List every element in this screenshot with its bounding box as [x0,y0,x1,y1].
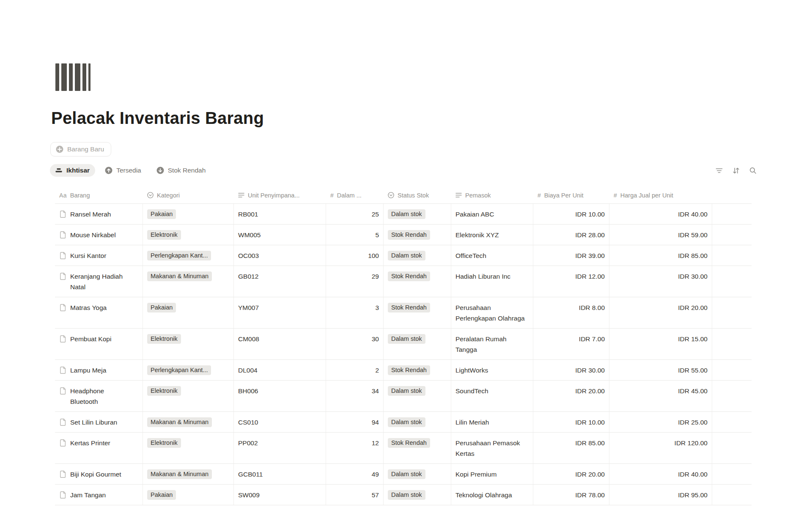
supplier-cell[interactable]: Perusahaan Perlengkapan Olahraga [451,297,533,328]
unit-cell[interactable]: WM005 [234,225,326,245]
supplier-cell[interactable]: Teknologi Olahraga [451,485,533,505]
category-cell[interactable]: Makanan & Minuman [143,412,234,432]
status-cell[interactable]: Dalam stok [384,204,451,224]
column-header-unit[interactable]: Unit Penyimpana... [234,192,326,199]
item-name-cell[interactable]: Headphone Bluetooth [55,381,143,411]
category-cell[interactable]: Makanan & Minuman [143,266,234,297]
price-cell[interactable]: IDR 120.00 [609,433,712,463]
item-name-cell[interactable]: Matras Yoga [55,297,143,328]
price-cell[interactable]: IDR 95.00 [609,485,712,505]
cost-cell[interactable]: IDR 28.00 [533,225,609,245]
item-name-cell[interactable]: Biji Kopi Gourmet [55,464,143,484]
column-header-pemasok[interactable]: Pemasok [451,192,533,199]
category-cell[interactable]: Elektronik [143,329,234,359]
supplier-cell[interactable]: Elektronik XYZ [451,225,533,245]
item-name-cell[interactable]: Kursi Kantor [55,245,143,266]
status-cell[interactable]: Dalam stok [384,381,451,411]
column-header-biaya[interactable]: # Biaya Per Unit [533,192,609,199]
status-cell[interactable]: Dalam stok [384,412,451,432]
quantity-cell[interactable]: 25 [326,204,384,224]
cost-cell[interactable]: IDR 8.00 [533,297,609,328]
price-cell[interactable]: IDR 15.00 [609,329,712,359]
status-cell[interactable]: Stok Rendah [384,225,451,245]
cost-cell[interactable]: IDR 20.00 [533,464,609,484]
price-cell[interactable]: IDR 30.00 [609,266,712,297]
cost-cell[interactable]: IDR 10.00 [533,204,609,224]
status-cell[interactable]: Stok Rendah [384,360,451,380]
price-cell[interactable]: IDR 59.00 [609,225,712,245]
column-header-harga[interactable]: # Harga Jual per Unit [609,192,712,199]
item-name-cell[interactable]: Kertas Printer [55,433,143,463]
unit-cell[interactable]: RB001 [234,204,326,224]
unit-cell[interactable]: CM008 [234,329,326,359]
quantity-cell[interactable]: 57 [326,485,384,505]
category-cell[interactable]: Makanan & Minuman [143,464,234,484]
unit-cell[interactable]: YM007 [234,297,326,328]
price-cell[interactable]: IDR 40.00 [609,464,712,484]
category-cell[interactable]: Elektronik [143,433,234,463]
barcode-icon[interactable] [55,63,812,91]
price-cell[interactable]: IDR 40.00 [609,204,712,224]
quantity-cell[interactable]: 5 [326,225,384,245]
unit-cell[interactable]: SW009 [234,485,326,505]
page-title[interactable]: Pelacak Inventaris Barang [51,108,812,128]
item-name-cell[interactable]: Keranjang Hadiah Natal [55,266,143,297]
new-item-button[interactable]: Barang Baru [50,142,111,156]
search-icon[interactable] [749,167,757,175]
cost-cell[interactable]: IDR 39.00 [533,245,609,266]
supplier-cell[interactable]: Pakaian ABC [451,204,533,224]
cost-cell[interactable]: IDR 10.00 [533,412,609,432]
quantity-cell[interactable]: 12 [326,433,384,463]
status-cell[interactable]: Stok Rendah [384,433,451,463]
item-name-cell[interactable]: Ransel Merah [55,204,143,224]
price-cell[interactable]: IDR 85.00 [609,245,712,266]
item-name-cell[interactable]: Pembuat Kopi [55,329,143,359]
price-cell[interactable]: IDR 20.00 [609,297,712,328]
tab-tersedia[interactable]: Tersedia [99,164,147,177]
sort-icon[interactable] [732,167,740,175]
cost-cell[interactable]: IDR 85.00 [533,433,609,463]
unit-cell[interactable]: GCB011 [234,464,326,484]
filter-icon[interactable] [715,167,723,175]
column-header-barang[interactable]: Aa Barang [55,192,143,199]
quantity-cell[interactable]: 29 [326,266,384,297]
unit-cell[interactable]: OC003 [234,245,326,266]
price-cell[interactable]: IDR 45.00 [609,381,712,411]
status-cell[interactable]: Stok Rendah [384,297,451,328]
category-cell[interactable]: Perlengkapan Kant... [143,360,234,380]
status-cell[interactable]: Dalam stok [384,485,451,505]
quantity-cell[interactable]: 2 [326,360,384,380]
supplier-cell[interactable]: Hadiah Liburan Inc [451,266,533,297]
category-cell[interactable]: Elektronik [143,381,234,411]
unit-cell[interactable]: GB012 [234,266,326,297]
quantity-cell[interactable]: 34 [326,381,384,411]
item-name-cell[interactable]: Set Lilin Liburan [55,412,143,432]
quantity-cell[interactable]: 94 [326,412,384,432]
supplier-cell[interactable]: Peralatan Rumah Tangga [451,329,533,359]
status-cell[interactable]: Dalam stok [384,329,451,359]
supplier-cell[interactable]: OfficeTech [451,245,533,266]
cost-cell[interactable]: IDR 7.00 [533,329,609,359]
item-name-cell[interactable]: Jam Tangan [55,485,143,505]
unit-cell[interactable]: BH006 [234,381,326,411]
price-cell[interactable]: IDR 55.00 [609,360,712,380]
status-cell[interactable]: Stok Rendah [384,266,451,297]
supplier-cell[interactable]: SoundTech [451,381,533,411]
cost-cell[interactable]: IDR 78.00 [533,485,609,505]
supplier-cell[interactable]: Lilin Meriah [451,412,533,432]
status-cell[interactable]: Dalam stok [384,464,451,484]
item-name-cell[interactable]: Lampu Meja [55,360,143,380]
status-cell[interactable]: Dalam stok [384,245,451,266]
unit-cell[interactable]: DL004 [234,360,326,380]
column-header-status[interactable]: Status Stok [384,192,451,199]
cost-cell[interactable]: IDR 12.00 [533,266,609,297]
column-header-dalam[interactable]: # Dalam ... [326,192,384,199]
quantity-cell[interactable]: 30 [326,329,384,359]
supplier-cell[interactable]: Kopi Premium [451,464,533,484]
category-cell[interactable]: Pakaian [143,485,234,505]
item-name-cell[interactable]: Mouse Nirkabel [55,225,143,245]
supplier-cell[interactable]: LightWorks [451,360,533,380]
quantity-cell[interactable]: 3 [326,297,384,328]
cost-cell[interactable]: IDR 30.00 [533,360,609,380]
category-cell[interactable]: Pakaian [143,204,234,224]
